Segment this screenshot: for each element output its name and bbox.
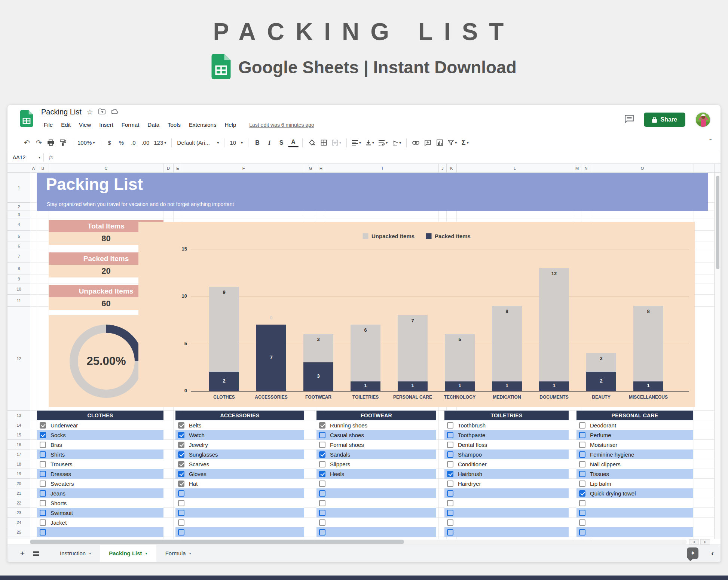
more-formats-select[interactable]: 123▾ [152, 137, 168, 148]
row-header-8[interactable]: 8 [7, 263, 30, 274]
checkbox[interactable] [447, 471, 453, 477]
menu-tools[interactable]: Tools [164, 120, 184, 129]
column-header-E[interactable]: E [174, 164, 182, 173]
hide-menus-icon[interactable]: ⌃ [708, 138, 713, 145]
vertical-scrollbar[interactable] [715, 173, 721, 539]
checkbox[interactable] [319, 432, 325, 438]
comment-history-icon[interactable] [624, 114, 634, 125]
decrease-decimals-icon[interactable]: .0 [128, 137, 138, 148]
print-icon[interactable] [46, 137, 56, 148]
fill-color-icon[interactable] [306, 137, 317, 148]
column-header-C[interactable]: C [49, 164, 163, 173]
checkbox[interactable] [447, 519, 453, 526]
row-header-13[interactable]: 13 [7, 411, 30, 420]
checkbox[interactable] [579, 442, 585, 448]
checkbox[interactable] [178, 442, 184, 448]
checkbox[interactable] [579, 432, 585, 438]
insert-comment-icon[interactable] [422, 137, 433, 148]
column-header-D[interactable]: D [163, 164, 174, 173]
checkbox[interactable] [319, 442, 325, 448]
checkbox[interactable] [40, 432, 46, 438]
text-rotation-icon[interactable]: ▾ [391, 137, 403, 148]
strikethrough-icon[interactable]: S [276, 137, 287, 148]
format-percent-icon[interactable]: % [116, 137, 126, 148]
font-size-select[interactable]: 10▾ [228, 137, 244, 148]
checkbox[interactable] [319, 490, 325, 497]
checkbox[interactable] [40, 442, 46, 448]
row-header-5[interactable]: 5 [7, 231, 30, 242]
checkbox[interactable] [319, 451, 325, 458]
undo-icon[interactable]: ↶ [22, 137, 32, 148]
checkbox[interactable] [319, 500, 325, 506]
horizontal-scrollbar[interactable]: ◄ ► [7, 539, 721, 545]
borders-icon[interactable] [318, 137, 329, 148]
sheet-tab-packing-list[interactable]: Packing List▾ [100, 545, 156, 562]
add-sheet-icon[interactable]: + [16, 547, 29, 560]
sheet-tab-instruction[interactable]: Instruction▾ [51, 545, 100, 562]
checkbox[interactable] [178, 422, 184, 429]
zoom-select[interactable]: 100%▾ [76, 137, 96, 148]
row-header-10[interactable]: 10 [7, 283, 30, 295]
checkbox[interactable] [319, 471, 325, 477]
checkbox[interactable] [447, 500, 453, 506]
checkbox[interactable] [40, 490, 46, 497]
checkbox[interactable] [579, 471, 585, 477]
row-header-21[interactable]: 21 [7, 488, 30, 498]
row-header-14[interactable]: 14 [7, 420, 30, 430]
checkbox[interactable] [40, 461, 46, 467]
bold-icon[interactable]: B [252, 137, 263, 148]
checkbox[interactable] [319, 510, 325, 516]
checkbox[interactable] [319, 422, 325, 429]
account-avatar[interactable] [695, 112, 711, 128]
create-filter-icon[interactable]: ▾ [446, 137, 458, 148]
document-status-cloud-icon[interactable] [111, 108, 118, 116]
checkbox[interactable] [40, 422, 46, 429]
row-header-19[interactable]: 19 [7, 469, 30, 479]
explore-icon[interactable]: ✦ [687, 547, 698, 559]
redo-icon[interactable]: ↷ [34, 137, 44, 148]
horizontal-align-icon[interactable]: ▾ [351, 137, 363, 148]
row-header-12[interactable]: 12 [7, 307, 30, 411]
checkbox[interactable] [579, 510, 585, 516]
checkbox[interactable] [319, 529, 325, 535]
text-wrap-icon[interactable]: ▾ [377, 137, 389, 148]
checkbox[interactable] [178, 500, 184, 506]
row-header-16[interactable]: 16 [7, 440, 30, 449]
scroll-right-icon[interactable]: ► [700, 539, 710, 544]
checkbox[interactable] [40, 529, 46, 535]
document-title[interactable]: Packing List [41, 108, 82, 116]
merge-cells-icon[interactable]: ▾ [330, 137, 343, 148]
column-header-A[interactable]: A [30, 164, 37, 173]
row-header-17[interactable]: 17 [7, 449, 30, 459]
paint-format-icon[interactable] [58, 137, 68, 148]
column-header-B[interactable]: B [37, 164, 49, 173]
checkbox[interactable] [579, 461, 585, 467]
row-header-4[interactable]: 4 [7, 218, 30, 231]
move-to-folder-icon[interactable] [98, 108, 105, 116]
checkbox[interactable] [40, 471, 46, 477]
column-header-N[interactable]: N [581, 164, 591, 173]
checkbox[interactable] [40, 481, 46, 487]
checkbox[interactable] [579, 529, 585, 535]
menu-data[interactable]: Data [144, 120, 163, 129]
row-header-25[interactable]: 25 [7, 527, 30, 537]
checkbox[interactable] [319, 481, 325, 487]
checkbox[interactable] [178, 481, 184, 487]
star-icon[interactable]: ☆ [87, 108, 93, 116]
column-header-O[interactable]: O [591, 164, 694, 173]
checkbox[interactable] [40, 510, 46, 516]
column-header-I[interactable]: I [326, 164, 439, 173]
format-currency-icon[interactable]: $ [104, 137, 114, 148]
column-header-G[interactable]: G [305, 164, 316, 173]
select-all-corner[interactable] [7, 164, 30, 173]
functions-icon[interactable]: Σ▾ [460, 137, 470, 148]
checkbox[interactable] [447, 422, 453, 429]
hscroll-thumb[interactable] [30, 540, 404, 544]
checkbox[interactable] [178, 510, 184, 516]
column-header-partial[interactable] [694, 164, 715, 173]
insert-chart-icon[interactable] [434, 137, 445, 148]
row-header-23[interactable]: 23 [7, 508, 30, 518]
insert-link-icon[interactable] [410, 137, 421, 148]
checkbox[interactable] [178, 471, 184, 477]
checkbox[interactable] [447, 481, 453, 487]
